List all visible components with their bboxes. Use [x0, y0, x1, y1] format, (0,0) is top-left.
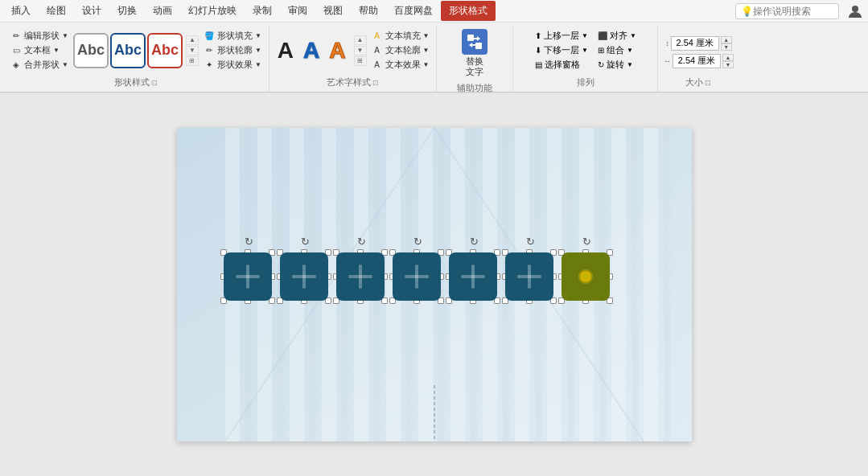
merge-shapes-icon: ◈ [10, 60, 22, 71]
style-scroll-up[interactable]: ▲ [186, 35, 199, 45]
search-input[interactable] [753, 6, 833, 17]
art-letter-items: A A A ▲ ▼ ⊞ [274, 35, 367, 66]
rotate-btn[interactable]: ↻ 旋转 ▼ [594, 58, 640, 72]
tab-help[interactable]: 帮助 [351, 1, 386, 21]
art-scroll-more[interactable]: ⊞ [354, 56, 367, 66]
move-up-arrow: ▼ [582, 32, 588, 39]
text-outline-btn[interactable]: A 文本轮廓 ▼ [369, 43, 432, 57]
main-area: ↻ ↻ [0, 93, 868, 476]
shape-1[interactable]: ↻ [224, 252, 275, 304]
tab-shape-format[interactable]: 形状格式 [441, 1, 496, 21]
tab-insert[interactable]: 插入 [3, 1, 39, 21]
tab-draw[interactable]: 绘图 [39, 1, 74, 21]
shape-style-box-3[interactable]: Abc [147, 33, 183, 68]
dot-badge [578, 269, 593, 284]
height-input-row: ↕ ▲ ▼ [665, 36, 732, 51]
height-down[interactable]: ▼ [721, 43, 732, 51]
rotate-handle-7[interactable]: ↻ [581, 235, 594, 248]
width-up[interactable]: ▲ [722, 54, 734, 61]
rotate-handle-6[interactable]: ↻ [525, 235, 537, 248]
size-label: 大小 ⊡ [685, 75, 711, 92]
rotate-label: 旋转 [607, 59, 624, 71]
shape-4[interactable]: ↻ [393, 252, 444, 304]
shape-fill-label: 形状填充 [217, 30, 253, 42]
tab-switch[interactable]: 切换 [109, 1, 145, 21]
shape-box-4 [393, 252, 441, 301]
tab-slideshow[interactable]: 幻灯片放映 [180, 1, 245, 21]
art-letter-2[interactable]: A [300, 36, 323, 65]
svg-rect-1 [467, 35, 474, 41]
shape-box-3 [336, 252, 385, 301]
text-outline-icon: A [372, 45, 383, 56]
search-box[interactable]: 💡 [735, 3, 839, 19]
text-fill-arrow: ▼ [423, 32, 430, 39]
text-fill-btn[interactable]: A 文本填充 ▼ [369, 29, 432, 43]
style-scroll-more[interactable]: ⊞ [186, 56, 199, 66]
size-expand[interactable]: ⊡ [705, 79, 711, 87]
user-icon[interactable] [845, 2, 865, 21]
art-scroll-down[interactable]: ▼ [354, 46, 367, 55]
art-word-label: 艺术字样式 ⊡ [327, 75, 379, 92]
cross-mark-2 [292, 265, 316, 289]
edit-shape-btn[interactable]: ✏ 编辑形状 ▼ [8, 29, 71, 43]
text-outline-arrow: ▼ [423, 47, 430, 54]
shape-fill-btn[interactable]: 🪣 形状填充 ▼ [201, 29, 264, 43]
rotate-handle-3[interactable]: ↻ [356, 235, 368, 248]
art-scroll-up[interactable]: ▲ [354, 35, 367, 45]
shape-effect-label: 形状效果 [217, 59, 253, 71]
style-abc-1: Abc [77, 42, 105, 59]
effect-icon: ✦ [204, 60, 215, 71]
tab-animation[interactable]: 动画 [145, 1, 180, 21]
shape-2[interactable]: ↻ [280, 252, 331, 304]
style-scroll-down[interactable]: ▼ [186, 46, 199, 55]
width-down[interactable]: ▼ [722, 61, 734, 68]
rotate-handle-1[interactable]: ↻ [243, 235, 256, 248]
tab-baidu[interactable]: 百度网盘 [386, 1, 441, 21]
move-up-btn[interactable]: ⬆ 上移一层 ▼ [532, 29, 591, 43]
select-pane-btn[interactable]: ▤ 选择窗格 [532, 58, 591, 72]
rotate-handle-4[interactable]: ↻ [412, 235, 425, 248]
merge-shapes-btn[interactable]: ◈ 合并形状 ▼ [8, 58, 71, 72]
align-btn[interactable]: ⬛ 对齐 ▼ [594, 29, 640, 43]
shape-style-box-1[interactable]: Abc [73, 33, 109, 68]
rotate-handle-2[interactable]: ↻ [299, 235, 312, 248]
group-arrow: ▼ [627, 47, 633, 54]
text-effect-btn[interactable]: A 文本效果 ▼ [369, 58, 432, 72]
text-box-arrow: ▼ [53, 47, 60, 54]
arrange-col-2: ⬛ 对齐 ▼ ⊞ 组合 ▼ ↻ 旋转 ▼ [594, 29, 640, 72]
align-arrow: ▼ [630, 32, 636, 39]
group-btn[interactable]: ⊞ 组合 ▼ [594, 43, 640, 57]
art-letter-3[interactable]: A [326, 36, 348, 65]
group-label: 组合 [607, 44, 624, 56]
arrange-group: ⬆ 上移一层 ▼ ⬇ 下移一层 ▼ ▤ 选择窗格 [513, 26, 658, 92]
width-input[interactable] [673, 54, 721, 68]
tab-review[interactable]: 审阅 [280, 1, 315, 21]
shape-5[interactable]: ↻ [449, 252, 500, 304]
shape-6[interactable]: ↻ [505, 252, 557, 304]
replace-btn[interactable]: 替换文字 [457, 26, 492, 80]
shape-effect-btn[interactable]: ✦ 形状效果 ▼ [201, 58, 264, 72]
style-abc-3: Abc [151, 42, 179, 59]
art-word-expand[interactable]: ⊡ [372, 79, 379, 87]
edit-shape-arrow: ▼ [62, 32, 68, 39]
move-down-btn[interactable]: ⬇ 下移一层 ▼ [532, 43, 591, 57]
height-spinner: ▲ ▼ [721, 36, 732, 51]
shape-7[interactable]: ↻ [562, 252, 613, 304]
tab-record[interactable]: 录制 [245, 1, 280, 21]
slide-canvas[interactable]: ↻ ↻ [177, 128, 692, 441]
art-letter-1[interactable]: A [274, 36, 297, 65]
shape-style-box-2[interactable]: Abc [110, 33, 146, 68]
rotate-handle-5[interactable]: ↻ [468, 235, 481, 248]
effect-arrow: ▼ [255, 61, 261, 68]
move-down-arrow: ▼ [582, 47, 588, 54]
shape-box-6 [505, 252, 553, 301]
shape-styles-expand[interactable]: ⊡ [151, 79, 158, 87]
shape-outline-btn[interactable]: ✏ 形状轮廓 ▼ [201, 43, 264, 57]
text-box-btn[interactable]: ▭ 文本框 ▼ [8, 43, 71, 57]
tab-design[interactable]: 设计 [74, 1, 109, 21]
tab-view[interactable]: 视图 [315, 1, 351, 21]
height-input[interactable] [671, 36, 719, 51]
height-up[interactable]: ▲ [721, 36, 732, 43]
text-box-icon: ▭ [10, 45, 22, 56]
shape-3[interactable]: ↻ [336, 252, 388, 304]
